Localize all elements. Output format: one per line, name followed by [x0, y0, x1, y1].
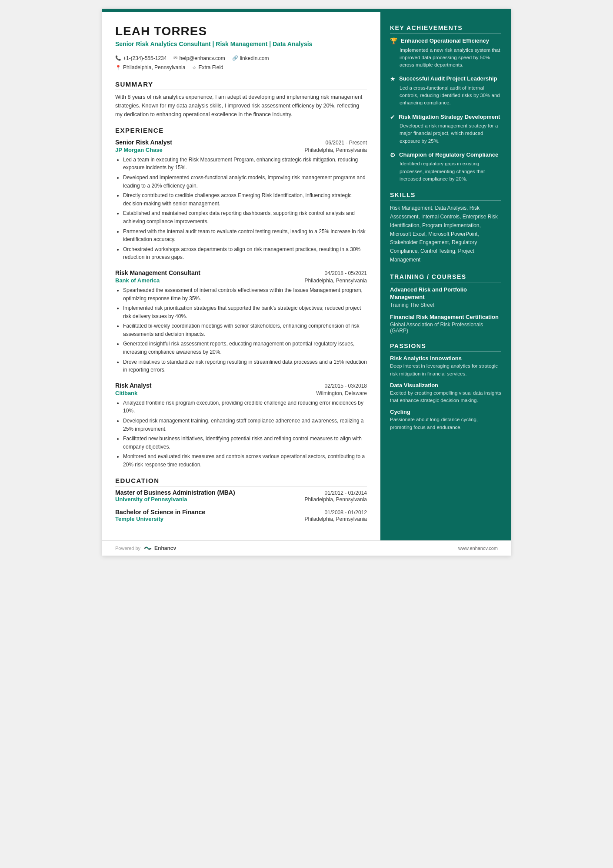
key-achievements-section: KEY ACHIEVEMENTS 🏆 Enhanced Operational …: [390, 24, 501, 183]
passion-3: Cycling Passionate about long-distance c…: [390, 409, 501, 431]
list-item: Led a team in executing the Risk Measure…: [123, 156, 367, 172]
candidate-title: Senior Risk Analytics Consultant | Risk …: [115, 40, 367, 49]
list-item: Developed and implemented cross-function…: [123, 174, 367, 190]
job-3-title: Risk Analyst: [115, 382, 152, 389]
achievement-2: ★ Successful Audit Project Leadership Le…: [390, 75, 501, 107]
skills-title: SKILLS: [390, 191, 501, 201]
education-1: Master of Business Administration (MBA) …: [115, 489, 367, 503]
job-1-bullets: Led a team in executing the Risk Measure…: [115, 156, 367, 261]
right-column: KEY ACHIEVEMENTS 🏆 Enhanced Operational …: [380, 12, 511, 540]
job-3: Risk Analyst 02/2015 - 03/2018 Citibank …: [115, 382, 367, 469]
job-1: Senior Risk Analyst 06/2021 - Present JP…: [115, 139, 367, 261]
email-text: help@enhancv.com: [179, 54, 225, 64]
training-section: TRAINING / COURSES Advanced Risk and Por…: [390, 273, 501, 334]
list-item: Directly contributed to credible challen…: [123, 191, 367, 208]
achievement-1-header: 🏆 Enhanced Operational Efficiency: [390, 37, 501, 45]
list-item: Spearheaded the assessment of internal c…: [123, 286, 367, 302]
enhancv-logo: Enhancv: [143, 545, 176, 551]
training-1-name: Advanced Risk and Portfolio Management: [390, 286, 501, 301]
content-wrapper: LEAH TORRES Senior Risk Analytics Consul…: [102, 12, 511, 540]
location-text: Philadelphia, Pennsylvania: [123, 63, 185, 73]
edu-1-school-line: University of Pennsylvania Philadelphia,…: [115, 496, 367, 503]
contact-row-1: 📞 +1-(234)-555-1234 ✉ help@enhancv.com 🔗…: [115, 54, 367, 64]
contact-info: 📞 +1-(234)-555-1234 ✉ help@enhancv.com 🔗…: [115, 54, 367, 73]
job-2-header: Risk Management Consultant 04/2018 - 05/…: [115, 269, 367, 276]
linkedin-text: linkedin.com: [240, 54, 269, 64]
achievement-4-title: Champion of Regulatory Compliance: [399, 151, 498, 159]
job-1-company-line: JP Morgan Chase Philadelphia, Pennsylvan…: [115, 147, 367, 153]
training-1-org: Training The Street: [390, 302, 501, 308]
list-item: Implemented risk prioritization strategi…: [123, 304, 367, 320]
job-2-company-line: Bank of America Philadelphia, Pennsylvan…: [115, 277, 367, 284]
top-bar: [102, 9, 511, 12]
list-item: Drove initiatives to standardize risk re…: [123, 358, 367, 374]
gear-icon: ⚙: [390, 151, 396, 158]
job-2-location: Philadelphia, Pennsylvania: [305, 278, 367, 284]
brand-name: Enhancv: [154, 545, 176, 551]
list-item: Orchestrated workshops across department…: [123, 245, 367, 261]
list-item: Generated insightful risk assessment rep…: [123, 340, 367, 356]
passion-1: Risk Analytics Innovations Deep interest…: [390, 355, 501, 378]
edu-2-dates: 01/2008 - 01/2012: [325, 509, 367, 516]
education-2: Bachelor of Science in Finance 01/2008 -…: [115, 509, 367, 522]
job-1-header: Senior Risk Analyst 06/2021 - Present: [115, 139, 367, 146]
job-2-title: Risk Management Consultant: [115, 269, 200, 276]
list-item: Monitored and evaluated risk measures an…: [123, 452, 367, 469]
job-1-location: Philadelphia, Pennsylvania: [305, 147, 367, 153]
email-item: ✉ help@enhancv.com: [173, 54, 225, 64]
edu-1-degree: Master of Business Administration (MBA): [115, 489, 235, 496]
passion-2: Data Visualization Excited by creating c…: [390, 382, 501, 405]
summary-section-title: SUMMARY: [115, 80, 367, 90]
contact-row-2: 📍 Philadelphia, Pennsylvania ☆ Extra Fie…: [115, 63, 367, 73]
star-icon: ★: [390, 75, 396, 82]
list-item: Facilitated bi-weekly coordination meeti…: [123, 322, 367, 338]
achievement-1-desc: Implemented a new risk analytics system …: [390, 47, 501, 69]
passion-1-name: Risk Analytics Innovations: [390, 355, 501, 362]
list-item: Facilitated new business initiatives, id…: [123, 435, 367, 451]
edu-2-school-line: Temple University Philadelphia, Pennsylv…: [115, 516, 367, 522]
edu-2-location: Philadelphia, Pennsylvania: [305, 516, 367, 522]
location-item: 📍 Philadelphia, Pennsylvania: [115, 63, 185, 73]
left-column: LEAH TORRES Senior Risk Analytics Consul…: [102, 12, 380, 540]
link-icon: 🔗: [232, 54, 238, 63]
passion-3-desc: Passionate about long-distance cycling, …: [390, 416, 501, 431]
job-2-company: Bank of America: [115, 277, 160, 284]
job-1-title: Senior Risk Analyst: [115, 139, 172, 146]
achievement-4-desc: Identified regulatory gaps in existing p…: [390, 160, 501, 183]
passion-2-desc: Excited by creating compelling visual da…: [390, 389, 501, 405]
edu-1-location: Philadelphia, Pennsylvania: [305, 496, 367, 503]
edu-1-dates: 01/2012 - 01/2014: [325, 490, 367, 496]
powered-by-text: Powered by: [115, 546, 140, 551]
job-1-company: JP Morgan Chase: [115, 147, 163, 153]
passion-3-name: Cycling: [390, 409, 501, 415]
location-icon: 📍: [115, 64, 121, 72]
footer: Powered by Enhancv www.enhancv.com: [102, 540, 511, 556]
job-3-company-line: Citibank Wilmington, Delaware: [115, 390, 367, 396]
phone-item: 📞 +1-(234)-555-1234: [115, 54, 167, 64]
edu-2-school: Temple University: [115, 516, 163, 522]
achievement-2-desc: Led a cross-functional audit of internal…: [390, 84, 501, 107]
achievement-1: 🏆 Enhanced Operational Efficiency Implem…: [390, 37, 501, 69]
passions-title: PASSIONS: [390, 342, 501, 352]
email-icon: ✉: [173, 54, 177, 63]
edu-1-header: Master of Business Administration (MBA) …: [115, 489, 367, 496]
training-2-org: Global Association of Risk Professionals…: [390, 322, 501, 334]
phone-icon: 📞: [115, 54, 121, 63]
achievement-3: ✔ Risk Mitigation Strategy Development D…: [390, 113, 501, 145]
achievement-4-header: ⚙ Champion of Regulatory Compliance: [390, 151, 501, 159]
achievement-3-title: Risk Mitigation Strategy Development: [399, 113, 500, 121]
name-section: LEAH TORRES Senior Risk Analytics Consul…: [115, 24, 367, 49]
enhancv-icon: [143, 545, 153, 551]
list-item: Analyzed frontline risk program executio…: [123, 399, 367, 415]
achievement-2-header: ★ Successful Audit Project Leadership: [390, 75, 501, 83]
extra-item: ☆ Extra Field: [192, 63, 223, 73]
check-icon: ✔: [390, 114, 395, 121]
job-3-location: Wilmington, Delaware: [316, 390, 367, 396]
list-item: Developed risk management training, enha…: [123, 417, 367, 433]
candidate-name: LEAH TORRES: [115, 24, 367, 38]
training-title: TRAINING / COURSES: [390, 273, 501, 282]
achievement-4: ⚙ Champion of Regulatory Compliance Iden…: [390, 151, 501, 183]
footer-logo: Powered by Enhancv: [115, 545, 176, 551]
summary-text: With 8 years of risk analytics experienc…: [115, 93, 367, 119]
linkedin-item: 🔗 linkedin.com: [232, 54, 269, 64]
